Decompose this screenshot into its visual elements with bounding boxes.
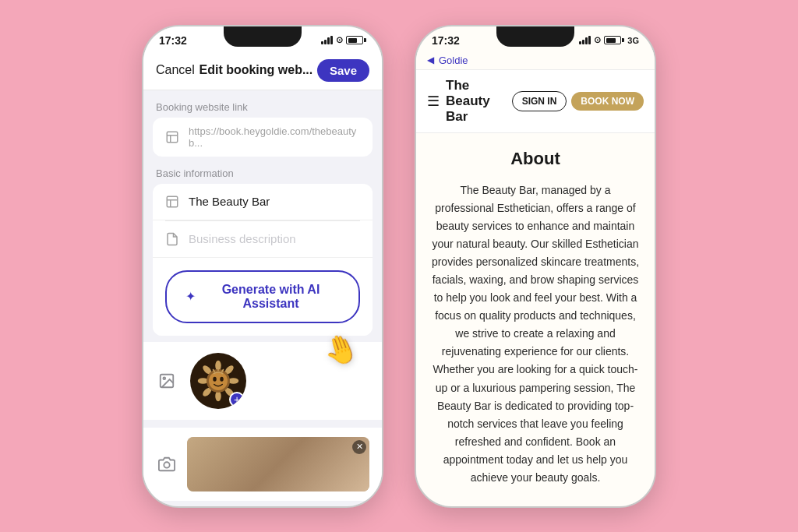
generate-btn-wrapper: ✦ Generate with AI Assistant xyxy=(153,258,373,336)
battery-icon-right xyxy=(604,36,624,44)
right-phone-content: ◀ Goldie ☰ The Beauty Bar SIGN IN BOOK N… xyxy=(416,50,655,506)
description-field-placeholder[interactable]: Business description xyxy=(189,232,296,245)
svg-point-16 xyxy=(220,376,224,381)
about-text: The Beauty Bar, managed by a professiona… xyxy=(430,181,641,488)
doc-icon xyxy=(164,231,181,248)
svg-point-14 xyxy=(209,372,228,390)
signal-bars-left xyxy=(321,36,333,44)
back-label[interactable]: Goldie xyxy=(439,55,468,66)
link-icon xyxy=(164,129,181,146)
status-time-right: 17:32 xyxy=(432,34,460,47)
generate-btn-label: Generate with AI Assistant xyxy=(202,283,340,311)
description-row: Business description xyxy=(153,221,373,258)
save-button[interactable]: Save xyxy=(317,59,369,82)
wifi-icon-right: ⊙ xyxy=(594,35,601,45)
cover-image[interactable]: ✕ xyxy=(187,437,369,491)
back-chevron-icon: ◀ xyxy=(427,55,434,65)
business-name-field[interactable]: The Beauty Bar xyxy=(189,195,270,208)
svg-point-20 xyxy=(164,462,169,467)
generate-ai-button[interactable]: ✦ Generate with AI Assistant xyxy=(165,270,360,323)
camera-icon xyxy=(156,453,178,475)
phone-notch xyxy=(224,26,302,47)
nav-title: Edit booking web... xyxy=(199,63,312,77)
svg-rect-1 xyxy=(167,196,178,207)
booking-url: https://book.heygoldie.com/thebeautyb... xyxy=(189,125,362,149)
left-phone: 17:32 ⊙ Cancel Edit booking web... Save … xyxy=(142,25,383,508)
left-phone-content: Cancel Edit booking web... Save Booking … xyxy=(143,50,382,506)
cancel-button[interactable]: Cancel xyxy=(156,63,195,77)
book-now-button[interactable]: BOOK NOW xyxy=(571,92,644,111)
battery-icon-left xyxy=(346,36,366,44)
sign-in-button[interactable]: SIGN IN xyxy=(512,91,567,111)
status-time-left: 17:32 xyxy=(159,34,187,47)
url-form-section: https://book.heygoldie.com/thebeautyb... xyxy=(153,118,373,157)
signal-bars-right xyxy=(579,36,591,44)
svg-rect-0 xyxy=(167,132,178,143)
back-bar: ◀ Goldie xyxy=(416,50,655,70)
wifi-icon-left: ⊙ xyxy=(336,35,343,45)
url-row: https://book.heygoldie.com/thebeautyb... xyxy=(153,118,373,157)
status-icons-right: ⊙ 3G xyxy=(579,35,639,45)
svg-point-15 xyxy=(213,376,217,381)
nav-bar: Cancel Edit booking web... Save xyxy=(143,50,382,90)
logo-image[interactable]: + xyxy=(190,353,246,409)
basic-info-label: Basic information xyxy=(143,157,382,184)
basic-info-section: The Beauty Bar Business description ✦ Ge… xyxy=(153,184,373,336)
business-name-row: The Beauty Bar xyxy=(153,184,373,220)
add-logo-badge[interactable]: + xyxy=(229,392,245,407)
booking-link-label: Booking website link xyxy=(143,90,382,118)
about-section: About The Beauty Bar, managed by a profe… xyxy=(416,133,655,506)
svg-point-3 xyxy=(163,377,165,379)
site-header: ☰ The Beauty Bar SIGN IN BOOK NOW xyxy=(416,70,655,133)
status-icons-left: ⊙ xyxy=(321,35,366,45)
right-phone: 17:32 ⊙ 3G ◀ Goldie ☰ The Beauty Bar SIG… xyxy=(415,25,656,508)
sparkle-icon: ✦ xyxy=(185,289,196,304)
about-title: About xyxy=(430,149,641,169)
cell-badge-right: 3G xyxy=(627,36,639,45)
gallery-icon xyxy=(156,370,178,392)
remove-cover-badge[interactable]: ✕ xyxy=(352,440,366,454)
site-title: The Beauty Bar xyxy=(446,78,512,125)
cover-photo-row: ✕ xyxy=(143,428,382,501)
phone-notch-right xyxy=(496,26,574,47)
building-icon xyxy=(164,193,181,210)
hamburger-icon[interactable]: ☰ xyxy=(427,93,440,110)
